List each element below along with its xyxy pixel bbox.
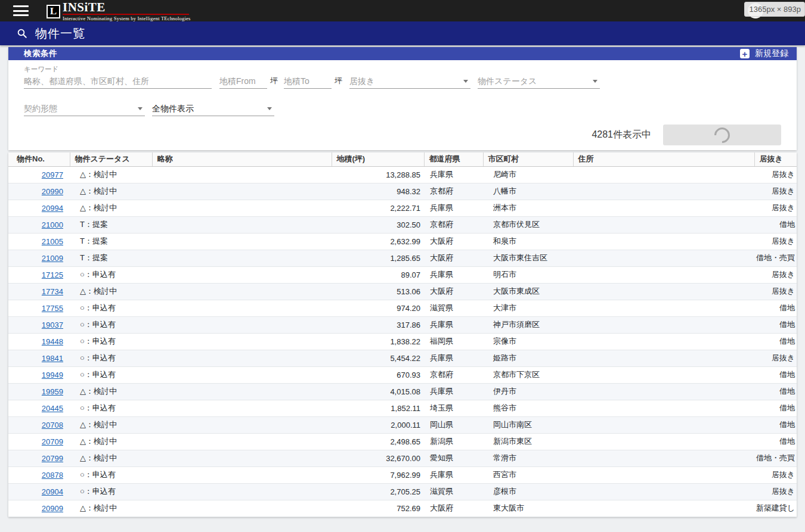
menu-icon[interactable] xyxy=(13,5,29,16)
cell-inuki: 借地 xyxy=(754,400,797,416)
cell-status: ○：申込有 xyxy=(70,333,152,350)
cell-pref: 京都府 xyxy=(424,216,483,233)
property-link[interactable]: 20904 xyxy=(42,487,63,496)
cell-address xyxy=(573,200,754,216)
property-link[interactable]: 17755 xyxy=(42,304,63,313)
table-row: 20445○：申込有1,852.11埼玉県熊谷市借地 xyxy=(8,400,797,416)
new-registration-button[interactable]: + 新規登録 xyxy=(740,48,788,59)
cell-city: 洲本市 xyxy=(483,200,573,216)
area-to-input[interactable] xyxy=(284,74,332,88)
cell-city: 大阪市東成区 xyxy=(483,283,573,300)
property-link[interactable]: 20709 xyxy=(42,437,63,446)
column-header: 略称 xyxy=(152,153,332,166)
cell-name xyxy=(152,433,332,450)
loading-button[interactable] xyxy=(663,125,781,145)
cell-city: 尼崎市 xyxy=(483,166,573,183)
property-link[interactable]: 20909 xyxy=(42,504,63,513)
property-link[interactable]: 20878 xyxy=(42,471,63,480)
cell-pref: 京都府 xyxy=(424,183,483,200)
cell-no: 21005 xyxy=(8,233,70,250)
cell-no: 20878 xyxy=(8,466,70,483)
cell-pref: 福岡県 xyxy=(424,333,483,350)
cell-status: ○：申込有 xyxy=(70,483,152,500)
cell-inuki: 借地 xyxy=(754,366,797,383)
table-row: 20977△：検討中13,288.85兵庫県尼崎市居抜き xyxy=(8,166,797,183)
property-link[interactable]: 17734 xyxy=(42,287,63,296)
table-row: 17734△：検討中513.06大阪府大阪市東成区居抜き xyxy=(8,283,797,300)
cell-no: 20909 xyxy=(8,500,70,517)
cell-area: 1,852.11 xyxy=(332,400,424,416)
table-row: 20799△：検討中32,670.00愛知県常滑市借地・売買 xyxy=(8,450,797,466)
cell-area: 1,838.22 xyxy=(332,333,424,350)
property-status-select[interactable]: 物件ステータス xyxy=(478,74,600,89)
cell-status: ○：申込有 xyxy=(70,316,152,333)
property-link[interactable]: 19949 xyxy=(42,371,63,379)
cell-name xyxy=(152,183,332,200)
cell-inuki: 新築建貸し xyxy=(754,500,797,517)
cell-pref: 滋賀県 xyxy=(424,300,483,316)
page-title: 物件一覧 xyxy=(35,26,85,42)
logo-subtitle: Interactive Nominating System by Intelli… xyxy=(63,15,191,21)
cell-inuki: 居抜き xyxy=(754,183,797,200)
app-bar: 物件一覧 xyxy=(0,21,805,45)
table-row: 20878○：申込有7,962.99兵庫県西宮市居抜き xyxy=(8,466,797,483)
column-header: 市区町村 xyxy=(483,153,573,166)
table-row: 19959△：検討中4,015.08兵庫県伊丹市借地 xyxy=(8,383,797,400)
cell-name xyxy=(152,266,332,283)
viewport-size-badge: 1365px × 893p xyxy=(744,2,805,17)
cell-pref: 兵庫県 xyxy=(424,316,483,333)
property-link[interactable]: 17125 xyxy=(42,270,63,279)
cell-city: 宗像市 xyxy=(483,333,573,350)
page-body: 検索条件 + 新規登録 キーワード xyxy=(0,45,805,517)
table-row: 19949○：申込有670.93京都府京都市下京区借地 xyxy=(8,366,797,383)
cell-city: 和泉市 xyxy=(483,233,573,250)
cell-status: T：提案 xyxy=(70,216,152,233)
cell-area: 513.06 xyxy=(332,283,424,300)
keyword-input[interactable] xyxy=(24,74,212,88)
property-link[interactable]: 21005 xyxy=(42,237,63,246)
cell-name xyxy=(152,400,332,416)
property-link[interactable]: 19841 xyxy=(42,354,63,363)
cell-status: △：検討中 xyxy=(70,433,152,450)
property-link[interactable]: 21009 xyxy=(42,254,63,263)
contract-type-select[interactable]: 契約形態 xyxy=(24,102,145,116)
area-from-input[interactable] xyxy=(219,74,267,88)
property-link[interactable]: 19037 xyxy=(42,321,63,329)
cell-name xyxy=(152,216,332,233)
cell-city: 東大阪市 xyxy=(483,500,573,517)
cell-no: 19949 xyxy=(8,366,70,383)
cell-status: ○：申込有 xyxy=(70,350,152,366)
table-body: 20977△：検討中13,288.85兵庫県尼崎市居抜き20990△：検討中94… xyxy=(8,166,797,517)
cell-status: △：検討中 xyxy=(70,283,152,300)
cell-city: 彦根市 xyxy=(483,483,573,500)
cell-address xyxy=(573,450,754,466)
logo-rule xyxy=(63,14,189,15)
cell-no: 20445 xyxy=(8,400,70,416)
cell-name xyxy=(152,233,332,250)
cell-address xyxy=(573,400,754,416)
property-link[interactable]: 20799 xyxy=(42,454,63,463)
cell-status: △：検討中 xyxy=(70,450,152,466)
cell-pref: 埼玉県 xyxy=(424,400,483,416)
property-link[interactable]: 20708 xyxy=(42,421,63,430)
cell-inuki: 借地・売買 xyxy=(754,450,797,466)
filter-row-2: 契約形態 全物件表示 xyxy=(24,102,781,116)
cell-no: 20708 xyxy=(8,416,70,433)
property-link[interactable]: 19959 xyxy=(42,387,63,396)
chevron-down-icon xyxy=(267,107,272,110)
property-link[interactable]: 20990 xyxy=(42,187,63,196)
table-header-row: 物件No.物件ステータス略称地積(坪)都道府県市区町村住所居抜き xyxy=(8,153,797,166)
property-link[interactable]: 21000 xyxy=(42,220,63,229)
cell-inuki: 居抜き xyxy=(754,266,797,283)
cell-status: △：検討中 xyxy=(70,416,152,433)
cell-city: 常滑市 xyxy=(483,450,573,466)
cell-city: 八幡市 xyxy=(483,183,573,200)
cell-name xyxy=(152,283,332,300)
property-link[interactable]: 20445 xyxy=(42,404,63,413)
display-mode-select[interactable]: 全物件表示 xyxy=(152,102,274,116)
property-link[interactable]: 20994 xyxy=(42,204,63,213)
cell-pref: 兵庫県 xyxy=(424,350,483,366)
property-link[interactable]: 20977 xyxy=(42,170,63,179)
inuki-select[interactable]: 居抜き xyxy=(349,74,470,89)
property-link[interactable]: 19448 xyxy=(42,337,63,346)
